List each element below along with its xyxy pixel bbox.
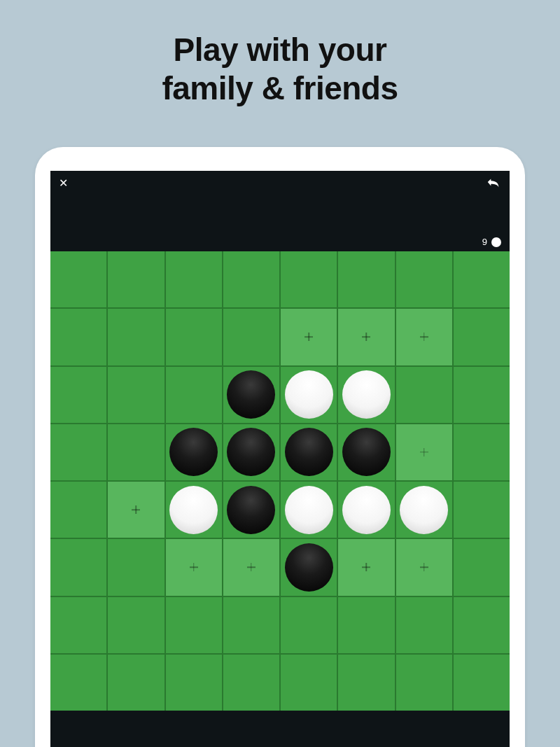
board-cell[interactable] bbox=[281, 367, 337, 423]
hint-marker-icon bbox=[420, 448, 428, 456]
close-icon[interactable]: ✕ bbox=[59, 178, 70, 189]
board-cell[interactable] bbox=[50, 309, 106, 365]
black-disc bbox=[227, 370, 275, 419]
board-cell[interactable] bbox=[396, 539, 452, 595]
board-cell[interactable] bbox=[281, 309, 337, 365]
board-cell[interactable] bbox=[338, 424, 394, 480]
board-cell[interactable] bbox=[108, 424, 164, 480]
white-disc-icon bbox=[491, 237, 501, 247]
headline-line-1: Play with your bbox=[174, 32, 387, 68]
board-cell[interactable] bbox=[166, 597, 222, 653]
board-cell[interactable] bbox=[338, 655, 394, 711]
board-cell[interactable] bbox=[281, 597, 337, 653]
black-disc bbox=[227, 486, 275, 534]
board-cell[interactable] bbox=[166, 539, 222, 595]
board-cell[interactable] bbox=[50, 482, 106, 538]
board-cell[interactable] bbox=[50, 597, 106, 653]
game-board[interactable] bbox=[50, 251, 510, 711]
board-cell[interactable] bbox=[281, 539, 337, 595]
board-cell[interactable] bbox=[166, 367, 222, 423]
board-cell[interactable] bbox=[338, 309, 394, 365]
board-cell[interactable] bbox=[281, 424, 337, 480]
board-cell[interactable] bbox=[166, 251, 222, 307]
hint-marker-icon bbox=[132, 505, 140, 514]
black-disc bbox=[227, 428, 275, 476]
board-cell[interactable] bbox=[396, 482, 452, 538]
board-cell[interactable] bbox=[454, 482, 510, 538]
board-cell[interactable] bbox=[396, 309, 452, 365]
hint-marker-icon bbox=[362, 563, 370, 571]
game-bottombar bbox=[50, 711, 510, 732]
board-cell[interactable] bbox=[338, 482, 394, 538]
board-cell[interactable] bbox=[223, 367, 279, 423]
board-cell[interactable] bbox=[338, 367, 394, 423]
undo-icon[interactable] bbox=[486, 176, 501, 189]
board-cell[interactable] bbox=[223, 597, 279, 653]
board-cell[interactable] bbox=[50, 424, 106, 480]
board-cell[interactable] bbox=[454, 367, 510, 423]
board-cell[interactable] bbox=[166, 655, 222, 711]
board-cell[interactable] bbox=[50, 367, 106, 423]
board-cell[interactable] bbox=[454, 309, 510, 365]
game-screen: ✕ 9 bbox=[50, 171, 510, 747]
board-cell[interactable] bbox=[338, 251, 394, 307]
white-disc bbox=[342, 486, 391, 534]
white-disc bbox=[285, 370, 333, 419]
board-cell[interactable] bbox=[108, 597, 164, 653]
board-cell[interactable] bbox=[281, 482, 337, 538]
black-disc bbox=[285, 543, 333, 592]
board-cell[interactable] bbox=[338, 597, 394, 653]
board-cell[interactable] bbox=[108, 367, 164, 423]
board-cell[interactable] bbox=[223, 424, 279, 480]
black-disc bbox=[169, 428, 218, 476]
game-topbar: ✕ 9 bbox=[50, 171, 510, 251]
score-white: 9 bbox=[482, 237, 501, 247]
tablet-frame: ✕ 9 bbox=[35, 147, 525, 747]
hint-marker-icon bbox=[190, 563, 198, 571]
headline-line-2: family & friends bbox=[162, 70, 398, 106]
board-cell[interactable] bbox=[50, 655, 106, 711]
board-cell[interactable] bbox=[166, 424, 222, 480]
board-cell[interactable] bbox=[223, 309, 279, 365]
board-cell[interactable] bbox=[108, 655, 164, 711]
board-cell[interactable] bbox=[108, 482, 164, 538]
board-cell[interactable] bbox=[166, 482, 222, 538]
white-disc bbox=[285, 486, 333, 534]
white-disc bbox=[169, 486, 218, 534]
board-cell[interactable] bbox=[454, 539, 510, 595]
board-cell[interactable] bbox=[396, 424, 452, 480]
board-cell[interactable] bbox=[396, 655, 452, 711]
board-cell[interactable] bbox=[166, 309, 222, 365]
board-cell[interactable] bbox=[281, 251, 337, 307]
board-cell[interactable] bbox=[338, 539, 394, 595]
board-cell[interactable] bbox=[50, 539, 106, 595]
board-cell[interactable] bbox=[50, 251, 106, 307]
hint-marker-icon bbox=[420, 333, 428, 341]
black-disc bbox=[285, 428, 333, 476]
board-cell[interactable] bbox=[454, 655, 510, 711]
hint-marker-icon bbox=[304, 333, 313, 341]
white-disc bbox=[342, 370, 391, 419]
board-cell[interactable] bbox=[108, 539, 164, 595]
board-cell[interactable] bbox=[223, 251, 279, 307]
board-cell[interactable] bbox=[454, 597, 510, 653]
board-cell[interactable] bbox=[108, 251, 164, 307]
board-cell[interactable] bbox=[108, 309, 164, 365]
board-cell[interactable] bbox=[396, 251, 452, 307]
board-cell[interactable] bbox=[223, 482, 279, 538]
board-cell[interactable] bbox=[454, 424, 510, 480]
score-white-value: 9 bbox=[482, 237, 487, 247]
white-disc bbox=[400, 486, 448, 534]
board-cell[interactable] bbox=[223, 655, 279, 711]
board-cell[interactable] bbox=[454, 251, 510, 307]
black-disc bbox=[342, 428, 391, 476]
hint-marker-icon bbox=[247, 563, 255, 571]
board-cell[interactable] bbox=[396, 367, 452, 423]
hint-marker-icon bbox=[420, 563, 428, 571]
promo-headline: Play with your family & friends bbox=[0, 0, 560, 108]
board-cell[interactable] bbox=[223, 539, 279, 595]
board-cell[interactable] bbox=[281, 655, 337, 711]
hint-marker-icon bbox=[362, 333, 370, 341]
board-cell[interactable] bbox=[396, 597, 452, 653]
